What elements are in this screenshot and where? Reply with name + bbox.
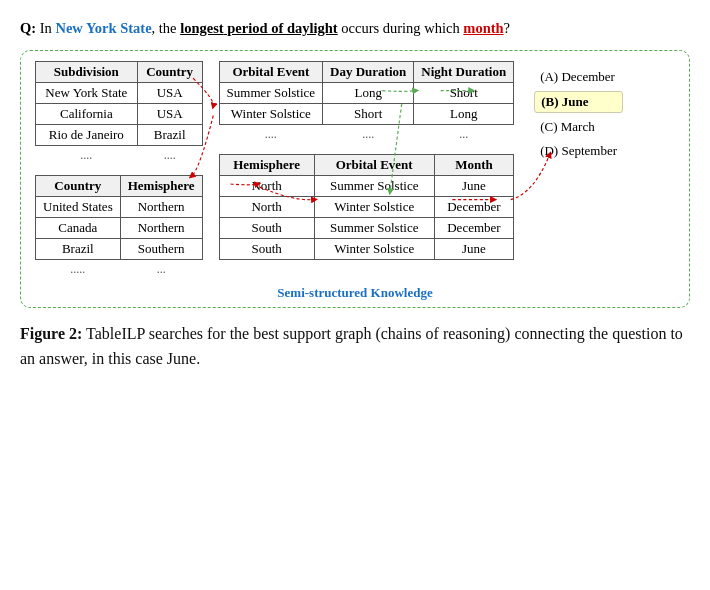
answer-item-b: (B) June xyxy=(534,91,623,113)
subdivision-table: Subdivision Country New York State USA C… xyxy=(35,61,203,165)
table-row-ellipsis: .... .... xyxy=(36,146,203,166)
col-orbital2: Orbital Event xyxy=(314,155,434,176)
longest-highlight: longest xyxy=(180,20,224,36)
table-row: South Winter Solstice June xyxy=(219,239,514,260)
col-month: Month xyxy=(434,155,513,176)
answer-item-c: (C) March xyxy=(534,117,623,137)
table-row: Canada Northern xyxy=(36,218,203,239)
table-row: United States Northern xyxy=(36,197,203,218)
table-row: North Winter Solstice December xyxy=(219,197,514,218)
table-row: Summer Solstice Long Short xyxy=(219,83,514,104)
table-row: South Summer Solstice December xyxy=(219,218,514,239)
semi-structured-label: Semi-structured Knowledge xyxy=(35,285,675,301)
q-label: Q: xyxy=(20,20,36,36)
table-row: Winter Solstice Short Long xyxy=(219,104,514,125)
col-hemisphere: Hemisphere xyxy=(120,176,202,197)
answer-item-a: (A) December xyxy=(534,67,623,87)
col-country: Country xyxy=(137,62,202,83)
new-york-state-highlight: New York State xyxy=(55,20,151,36)
right-tables: Orbital Event Day Duration Night Duratio… xyxy=(219,61,515,260)
table-row: California USA xyxy=(36,104,203,125)
left-tables: Subdivision Country New York State USA C… xyxy=(35,61,203,279)
month-highlight: month xyxy=(463,20,503,36)
col-day-duration: Day Duration xyxy=(323,62,414,83)
answers-list: (A) December (B) June (C) March (D) Sept… xyxy=(534,67,623,161)
table-row-ellipsis: .... .... ... xyxy=(219,125,514,145)
col-subdivision: Subdivision xyxy=(36,62,138,83)
col-night-duration: Night Duration xyxy=(414,62,514,83)
table-row: Brazil Southern xyxy=(36,239,203,260)
table-row-ellipsis: ..... ... xyxy=(36,260,203,280)
answer-item-d: (D) September xyxy=(534,141,623,161)
table-row: New York State USA xyxy=(36,83,203,104)
hemisphere-orbital-month-table: Hemisphere Orbital Event Month North Sum… xyxy=(219,154,515,260)
col-hemisphere2: Hemisphere xyxy=(219,155,314,176)
col-orbital: Orbital Event xyxy=(219,62,322,83)
country-hemisphere-table: Country Hemisphere United States Norther… xyxy=(35,175,203,279)
figure-caption: Figure 2: TableILP searches for the best… xyxy=(20,322,690,372)
orbital-duration-table: Orbital Event Day Duration Night Duratio… xyxy=(219,61,515,144)
main-box: Subdivision Country New York State USA C… xyxy=(20,50,690,308)
table-row: North Summer Solstice June xyxy=(219,176,514,197)
col-country2: Country xyxy=(36,176,121,197)
table-row: Rio de Janeiro Brazil xyxy=(36,125,203,146)
period-highlight: period of daylight xyxy=(224,20,338,36)
caption-text: TableILP searches for the best support g… xyxy=(20,325,683,367)
figure-label: Figure 2: xyxy=(20,325,82,342)
question-area: Q: In New York State, the longest period… xyxy=(20,18,690,38)
